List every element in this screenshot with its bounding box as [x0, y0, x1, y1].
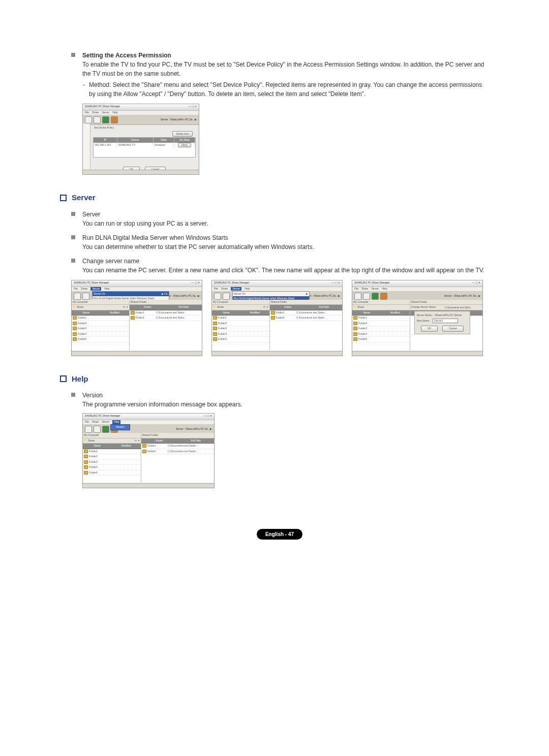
stop-icon[interactable]	[111, 116, 118, 123]
menu-help[interactable]: Help	[112, 420, 120, 424]
policy-table: IP Device State Set State 192.168.1.103 …	[93, 137, 196, 158]
toolbar-icon[interactable]	[74, 293, 81, 300]
folder-item[interactable]: Folder4	[89, 465, 98, 469]
shared-folder[interactable]: Folder1	[136, 311, 156, 315]
server-section-head: Server	[60, 192, 488, 204]
bullet-icon	[71, 259, 75, 263]
server-opt-server[interactable]: Server On▶ On	[93, 292, 169, 297]
shared-folder[interactable]: Folder1	[276, 311, 296, 315]
folder-item[interactable]: Folder1	[78, 316, 86, 320]
cancel-button[interactable]: Cancel	[442, 326, 464, 332]
app-title: SAMSUNG PC Share Manager	[85, 414, 120, 419]
toolbar-icon[interactable]	[214, 293, 221, 300]
menu-server[interactable]: Server	[90, 287, 101, 291]
toolbar-icon[interactable]	[94, 426, 101, 433]
app-title: SAMSUNG PC Share Manager	[354, 281, 389, 286]
folder-item[interactable]: Folder3	[218, 327, 227, 331]
folder-item[interactable]: Folder3	[78, 327, 86, 331]
server-item3-body: You can rename the PC server. Enter a ne…	[82, 266, 488, 275]
help-item1-head: Version	[82, 391, 488, 400]
help-item1-body: The programme version information messag…	[82, 400, 488, 409]
folder-item[interactable]: Folder1	[358, 316, 367, 320]
folder-item[interactable]: Folder1	[89, 450, 98, 454]
menu-server[interactable]: Server	[231, 287, 241, 291]
share-node[interactable]: Share	[77, 305, 123, 309]
server-indicator: Server : WiseLinkPro PC Se.. ▶	[444, 294, 480, 298]
toolbar-icon[interactable]	[363, 293, 370, 300]
menu-server[interactable]: Server	[102, 420, 109, 424]
server-screenshots-row: SAMSUNG PC Share Manager— ▢ ✕ File Share…	[71, 280, 488, 356]
menu-share[interactable]: Share	[92, 111, 99, 115]
menu-file[interactable]: File	[85, 111, 89, 115]
shared-folder[interactable]: Folder2	[136, 316, 156, 320]
menu-file[interactable]: File	[74, 287, 78, 291]
server-item2-head: Run DLNA Digital Media Server when Windo…	[82, 233, 488, 242]
folder-item[interactable]: Folder2	[358, 322, 367, 326]
sharedfolder-head: Shared Folder	[270, 300, 342, 305]
server-opt-server[interactable]: Server On▶	[233, 292, 309, 297]
shared-path: C:\Documents and Settin...	[168, 444, 198, 448]
col-mod: Modified	[100, 311, 129, 315]
menu-help[interactable]: Help	[112, 111, 117, 115]
folder-item[interactable]: Folder1	[218, 316, 227, 320]
policy-panel: Set Device Policy Delete Item IP Device …	[93, 125, 196, 172]
toolbar: Server : WiseLinkPro PC Se.. ▶	[83, 115, 199, 125]
refresh-icon[interactable]	[102, 116, 109, 123]
stop-icon[interactable]	[380, 293, 387, 300]
menu-help[interactable]: Help	[104, 287, 109, 291]
menu-file[interactable]: File	[85, 420, 89, 424]
menu-share[interactable]: Share	[92, 420, 99, 424]
col-mod: Modified	[381, 311, 409, 315]
shared-folder[interactable]: Folder2	[276, 316, 296, 320]
menu-file[interactable]: File	[214, 287, 218, 291]
td-device: SAMSUNG TV	[117, 143, 154, 148]
refresh-icon[interactable]	[372, 293, 379, 300]
menu-server[interactable]: Server	[102, 111, 109, 115]
toolbar-icon[interactable]	[85, 426, 92, 433]
toolbar-icon[interactable]	[94, 116, 101, 123]
newname-label: New Name :	[417, 319, 431, 323]
delete-item-button[interactable]: Delete Item	[172, 131, 193, 137]
sharedfolder-head: Shared Folder	[141, 433, 214, 438]
ok-button[interactable]: OK	[421, 326, 438, 332]
folder-item[interactable]: Folder5	[218, 337, 227, 341]
menu-share[interactable]: Share	[361, 287, 368, 291]
server-item2-body: You can determine whether to start the P…	[82, 242, 488, 251]
menu-share[interactable]: Share	[221, 287, 228, 291]
menu-share[interactable]: Share	[81, 287, 87, 291]
folder-item[interactable]: Folder3	[89, 460, 98, 464]
folder-item[interactable]: Folder4	[218, 332, 227, 336]
folder-item[interactable]: Folder2	[218, 322, 227, 326]
folder-item[interactable]: Folder5	[78, 337, 86, 341]
refresh-icon[interactable]	[102, 426, 109, 433]
toolbar-icon[interactable]	[223, 293, 230, 300]
menu-file[interactable]: File	[354, 287, 358, 291]
toolbar-icon[interactable]	[85, 116, 92, 123]
td-ip: 192.168.1.103	[94, 143, 117, 148]
share-node[interactable]: Share	[88, 439, 135, 443]
folder-item[interactable]: Folder3	[358, 327, 367, 331]
folder-item[interactable]: Folder4	[358, 332, 367, 336]
folder-item[interactable]: Folder2	[78, 322, 86, 326]
toolbar-icon[interactable]	[82, 293, 89, 300]
shared-folder[interactable]: Folder2	[147, 450, 168, 454]
folder-item[interactable]: Folder4	[78, 332, 86, 336]
help-version-item[interactable]: Version	[110, 424, 130, 430]
share-node[interactable]: Share	[357, 305, 409, 309]
toolbar-icon[interactable]	[354, 293, 361, 300]
menu-help[interactable]: Help	[245, 287, 250, 291]
col-name: Name	[352, 311, 381, 315]
shared-folder[interactable]: Folder1	[147, 444, 168, 448]
newname-input[interactable]: Server1	[433, 319, 458, 323]
server-item2: Run DLNA Digital Media Server when Windo…	[71, 233, 488, 251]
app-title: SAMSUNG PC Share Manager	[74, 281, 109, 286]
folder-item[interactable]: Folder5	[89, 471, 98, 475]
col-path: Full Path	[177, 439, 214, 443]
deny-button[interactable]: Deny	[178, 143, 191, 148]
folder-item[interactable]: Folder2	[89, 455, 98, 459]
menu-help[interactable]: Help	[382, 287, 387, 291]
sharedfolder-head: Shared Folder	[410, 300, 482, 305]
folder-item[interactable]: Folder5	[358, 337, 367, 341]
share-node[interactable]: Share	[217, 305, 263, 309]
menu-server[interactable]: Server	[371, 287, 379, 291]
